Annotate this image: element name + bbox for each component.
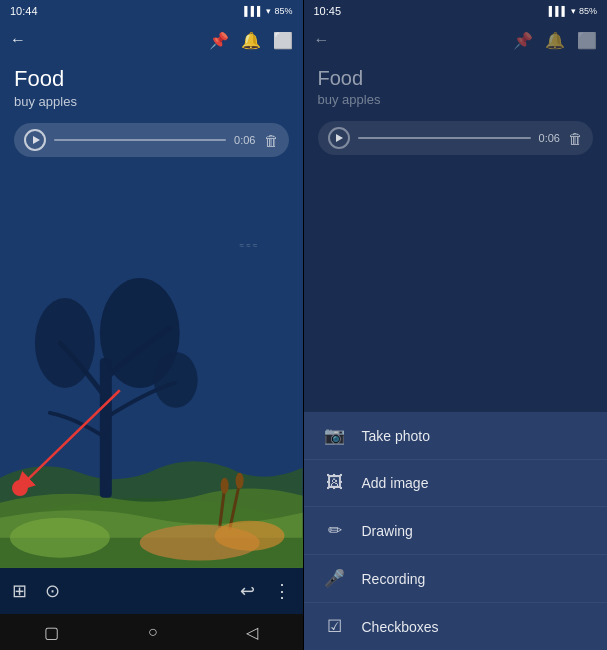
right-note-title[interactable]: Food	[318, 66, 594, 90]
signal-icon: ▌▌▌	[244, 6, 263, 16]
right-toolbar: ← 📌 🔔 ⬜	[304, 22, 608, 58]
left-status-icons: ▌▌▌ ▾ 85%	[244, 6, 292, 16]
menu-item-recording[interactable]: 🎤 Recording	[304, 554, 608, 602]
svg-point-4	[35, 298, 95, 388]
left-toolbar-left: ←	[10, 31, 26, 49]
left-note-title[interactable]: Food	[14, 66, 289, 92]
recording-label: Recording	[362, 571, 426, 587]
home-nav-button[interactable]: ○	[148, 623, 158, 641]
left-audio-bar: 0:06 🗑	[14, 123, 289, 157]
svg-text:≈ ≈ ≈: ≈ ≈ ≈	[240, 242, 258, 251]
back-button[interactable]: ←	[10, 31, 26, 49]
left-audio-progress[interactable]	[54, 139, 226, 141]
battery-icon: 85%	[274, 6, 292, 16]
left-illustration: ≈ ≈ ≈	[0, 163, 303, 568]
left-scene-svg: ≈ ≈ ≈	[0, 163, 303, 568]
right-panel: 10:45 ▌▌▌ ▾ 85% ← 📌 🔔 ⬜ Food buy apples …	[304, 0, 608, 650]
right-pin-button[interactable]: 📌	[513, 31, 533, 50]
right-back-button[interactable]: ←	[314, 31, 330, 49]
right-toolbar-left: ←	[314, 31, 330, 49]
left-note-body[interactable]: buy apples	[14, 94, 289, 109]
right-toolbar-right: 📌 🔔 ⬜	[513, 31, 597, 50]
left-time: 10:44	[10, 5, 38, 17]
right-audio-bar: 0:06 🗑	[318, 121, 594, 155]
left-nav-bar: ▢ ○ ◁	[0, 614, 303, 650]
bell-button[interactable]: 🔔	[241, 31, 261, 50]
right-status-icons: ▌▌▌ ▾ 85%	[549, 6, 597, 16]
checkbox-icon: ☑	[324, 616, 346, 637]
svg-point-5	[154, 352, 198, 408]
svg-point-12	[215, 521, 285, 551]
right-signal-icon: ▌▌▌	[549, 6, 568, 16]
svg-point-9	[236, 473, 244, 489]
right-bell-button[interactable]: 🔔	[545, 31, 565, 50]
right-audio-time: 0:06	[539, 132, 560, 144]
drawing-icon: ✏	[324, 520, 346, 541]
svg-point-10	[10, 518, 110, 558]
menu-item-checkboxes[interactable]: ☑ Checkboxes	[304, 602, 608, 650]
archive-button[interactable]: ⬜	[273, 31, 293, 50]
svg-point-8	[221, 478, 229, 494]
image-icon: 🖼	[324, 473, 346, 493]
left-toolbar-right: 📌 🔔 ⬜	[209, 31, 293, 50]
left-panel: 10:44 ▌▌▌ ▾ 85% ← 📌 🔔 ⬜ Food buy apples …	[0, 0, 303, 650]
wifi-icon: ▾	[266, 6, 271, 16]
square-nav-button[interactable]: ▢	[44, 623, 59, 642]
add-box-button[interactable]: ⊞	[12, 580, 27, 602]
left-play-button[interactable]	[24, 129, 46, 151]
right-audio-progress[interactable]	[358, 137, 531, 139]
more-options-button[interactable]: ⋮	[273, 580, 291, 602]
camera-icon: 📷	[324, 425, 346, 446]
right-archive-button[interactable]: ⬜	[577, 31, 597, 50]
left-note-content: Food buy apples	[0, 58, 303, 117]
context-menu: 📷 Take photo 🖼 Add image ✏ Drawing 🎤 Rec…	[304, 412, 608, 650]
microphone-icon: 🎤	[324, 568, 346, 589]
add-image-label: Add image	[362, 475, 429, 491]
palette-button[interactable]: ⊙	[45, 580, 60, 602]
right-status-bar: 10:45 ▌▌▌ ▾ 85%	[304, 0, 608, 22]
menu-item-drawing[interactable]: ✏ Drawing	[304, 506, 608, 554]
left-delete-audio-button[interactable]: 🗑	[264, 132, 279, 149]
pin-button[interactable]: 📌	[209, 31, 229, 50]
right-battery-icon: 85%	[579, 6, 597, 16]
left-status-bar: 10:44 ▌▌▌ ▾ 85%	[0, 0, 303, 22]
checkboxes-label: Checkboxes	[362, 619, 439, 635]
right-play-button[interactable]	[328, 127, 350, 149]
right-note-body[interactable]: buy apples	[318, 92, 594, 107]
left-toolbar: ← 📌 🔔 ⬜	[0, 22, 303, 58]
back-nav-button[interactable]: ◁	[246, 623, 258, 642]
right-note-content: Food buy apples	[304, 58, 608, 115]
right-delete-audio-button[interactable]: 🗑	[568, 130, 583, 147]
menu-item-take-photo[interactable]: 📷 Take photo	[304, 412, 608, 459]
drawing-label: Drawing	[362, 523, 413, 539]
menu-item-add-image[interactable]: 🖼 Add image	[304, 459, 608, 506]
right-wifi-icon: ▾	[571, 6, 576, 16]
right-time: 10:45	[314, 5, 342, 17]
left-audio-time: 0:06	[234, 134, 255, 146]
take-photo-label: Take photo	[362, 428, 431, 444]
redo-button[interactable]: ↩	[240, 580, 255, 602]
left-bottom-toolbar: ⊞ ⊙ ↩ ⋮	[0, 568, 303, 614]
